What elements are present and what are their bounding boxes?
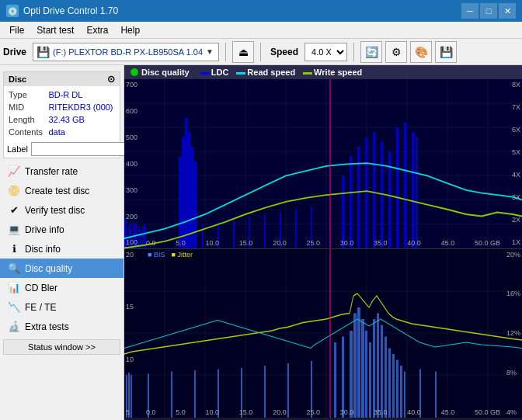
menu-extra[interactable]: Extra	[80, 23, 114, 37]
svg-rect-44	[373, 132, 375, 248]
svg-rect-93	[419, 369, 421, 418]
svg-rect-92	[404, 371, 405, 418]
minimize-button[interactable]: ─	[461, 3, 478, 19]
disc-length-row: Length 32.43 GB	[7, 114, 117, 125]
drive-icon: 💾	[37, 46, 50, 58]
svg-rect-50	[416, 137, 418, 248]
svg-rect-77	[342, 336, 344, 418]
charts-wrapper: 8X7X6X5X4X3X2X1X 700600500400300200100 0…	[124, 79, 522, 418]
svg-rect-69	[171, 371, 172, 418]
label-text: Label	[7, 144, 28, 154]
svg-rect-43	[365, 137, 367, 248]
toolbar-separator-2	[260, 43, 261, 61]
svg-rect-49	[412, 132, 414, 248]
menu-help[interactable]: Help	[114, 23, 146, 37]
status-window-button[interactable]: Status window >>	[3, 339, 120, 355]
mid-label: MID	[7, 102, 45, 113]
menu-file[interactable]: File	[3, 23, 30, 37]
disc-contents-row: Contents data	[7, 127, 117, 137]
fe-te-label: FE / TE	[25, 302, 56, 313]
svg-rect-70	[194, 370, 196, 418]
svg-rect-47	[396, 127, 398, 248]
bis-legend: ■ BIS	[148, 251, 165, 259]
svg-rect-48	[404, 123, 406, 248]
fe-te-icon: 📉	[8, 301, 20, 313]
cd-bler-icon: 📊	[8, 282, 20, 293]
disc-header-label: Disc	[9, 75, 26, 84]
cd-bler-label: CD Bler	[25, 283, 57, 293]
svg-rect-45	[381, 142, 383, 248]
svg-rect-37	[280, 213, 281, 248]
toolbar-separator-3	[353, 43, 354, 61]
create-test-label: Create test disc	[25, 186, 89, 196]
svg-rect-38	[295, 210, 297, 248]
drive-selector[interactable]: 💾 (F:) PLEXTOR BD-R PX-LB950SA 1.04 ▼	[33, 43, 219, 61]
disc-label-row: Label ♻	[4, 141, 120, 158]
svg-rect-88	[388, 348, 391, 418]
verify-test-icon: ✔	[8, 204, 20, 216]
sidebar-item-fe-te[interactable]: 📉 FE / TE	[0, 297, 124, 317]
bottom-chart-legend: ■ BIS ■ Jitter	[148, 251, 193, 259]
close-button[interactable]: ✕	[499, 3, 516, 19]
svg-rect-87	[385, 336, 387, 418]
svg-rect-66	[128, 373, 130, 418]
svg-rect-80	[357, 307, 360, 418]
sidebar-item-create-test-disc[interactable]: 📀 Create test disc	[0, 181, 124, 200]
sidebar-item-disc-info[interactable]: ℹ Disc info	[0, 239, 124, 259]
svg-rect-85	[377, 313, 379, 418]
svg-rect-82	[365, 331, 367, 418]
svg-rect-78	[350, 331, 353, 418]
window-controls: ─ □ ✕	[461, 3, 516, 19]
content-area: Disc quality LDC Read speed Write speed	[124, 65, 522, 420]
svg-rect-67	[130, 375, 132, 418]
svg-rect-28	[185, 118, 187, 248]
title-bar: 💿 Opti Drive Control 1.70 ─ □ ✕	[0, 0, 522, 22]
label-input[interactable]	[31, 142, 140, 156]
svg-rect-27	[182, 137, 184, 248]
svg-rect-90	[396, 359, 398, 418]
chart-top: 8X7X6X5X4X3X2X1X 700600500400300200100 0…	[124, 79, 522, 249]
legend-read-speed: Read speed	[236, 68, 295, 77]
verify-test-label: Verify test disc	[25, 205, 85, 216]
ldc-color	[200, 72, 210, 75]
chart-header: Disc quality LDC Read speed Write speed	[124, 65, 522, 79]
drive-dropdown-arrow: ▼	[206, 47, 214, 56]
main-area: Disc ⊙ Type BD-R DL MID RITEKDR3 (000) L…	[0, 65, 522, 420]
sidebar-item-extra-tests[interactable]: 🔬 Extra tests	[0, 317, 124, 336]
sidebar-item-transfer-rate[interactable]: 📈 Transfer rate	[0, 161, 124, 181]
menu-start-test[interactable]: Start test	[30, 23, 80, 37]
svg-rect-41	[350, 156, 352, 248]
jitter-legend: ■ Jitter	[171, 251, 192, 259]
color-button[interactable]: 🎨	[410, 41, 432, 63]
svg-rect-89	[392, 354, 395, 418]
disc-section-header: Disc ⊙	[4, 72, 120, 86]
svg-rect-68	[148, 373, 149, 418]
refresh-button[interactable]: 🔄	[360, 41, 382, 63]
settings-button[interactable]: ⚙	[385, 41, 407, 63]
speed-select[interactable]: 4.0 X 2.0 X 1.0 X	[304, 43, 347, 61]
drive-label: Drive	[3, 47, 26, 57]
svg-rect-83	[369, 342, 371, 418]
transfer-rate-icon: 📈	[8, 165, 20, 177]
svg-rect-29	[188, 132, 190, 248]
sidebar-item-disc-quality[interactable]: 🔍 Disc quality	[0, 259, 124, 278]
save-button[interactable]: 💾	[435, 41, 457, 63]
maximize-button[interactable]: □	[480, 3, 497, 19]
legend-write-speed: Write speed	[303, 68, 362, 77]
app-icon: 💿	[6, 5, 19, 17]
disc-quality-icon: 🔍	[8, 262, 20, 274]
menu-bar: File Start test Extra Help	[0, 22, 522, 39]
chart-title: Disc quality	[141, 68, 190, 77]
contents-label: Contents	[7, 127, 45, 137]
sidebar-item-drive-info[interactable]: 💻 Drive info	[0, 220, 124, 239]
eject-button[interactable]: ⏏	[232, 41, 254, 63]
svg-rect-79	[353, 313, 357, 418]
sidebar-item-verify-test-disc[interactable]: ✔ Verify test disc	[0, 200, 124, 220]
sidebar-item-cd-bler[interactable]: 📊 CD Bler	[0, 278, 124, 297]
svg-rect-81	[361, 319, 364, 418]
svg-rect-22	[137, 227, 139, 248]
disc-header-icon: ⊙	[107, 74, 115, 85]
toolbar-separator-1	[225, 43, 226, 61]
create-test-icon: 📀	[8, 185, 20, 196]
svg-rect-33	[218, 222, 219, 248]
